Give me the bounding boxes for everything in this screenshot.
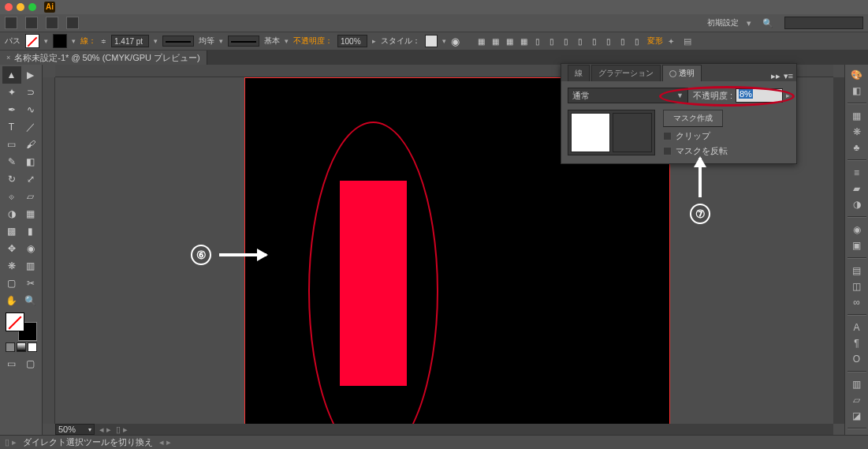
- transform-panel-icon[interactable]: ▱: [850, 395, 864, 406]
- make-mask-button[interactable]: マスク作成: [663, 110, 723, 127]
- align-9[interactable]: ▯: [589, 36, 600, 47]
- para-panel-icon[interactable]: ¶: [850, 338, 864, 349]
- color-guide-icon[interactable]: ◧: [850, 85, 864, 96]
- align-2[interactable]: ▦: [490, 36, 501, 47]
- shaper-tool[interactable]: ✎: [2, 153, 21, 170]
- symbol-sprayer-tool[interactable]: ❋: [2, 257, 21, 275]
- mesh-tool[interactable]: ▩: [2, 223, 21, 240]
- panel-opacity-input[interactable]: 8%: [736, 88, 783, 103]
- transform-link[interactable]: 変形: [647, 36, 663, 47]
- panel-collapse-icon[interactable]: ▸▸: [771, 71, 780, 81]
- slice-tool[interactable]: ✂: [21, 275, 40, 292]
- pathfinder-panel-icon[interactable]: ◪: [850, 410, 864, 421]
- gradient-panel-icon[interactable]: ▰: [850, 183, 864, 194]
- perspective-tool[interactable]: ▦: [21, 205, 40, 223]
- search-input[interactable]: [784, 17, 863, 29]
- stroke-weight-input[interactable]: [111, 35, 149, 47]
- screen-mode-change[interactable]: ▢: [21, 355, 40, 372]
- screen-mode-normal[interactable]: ▭: [2, 355, 21, 372]
- align-7[interactable]: ▯: [561, 36, 572, 47]
- controlbar-menu-icon[interactable]: ▤: [684, 36, 691, 47]
- opentype-panel-icon[interactable]: O: [850, 354, 864, 365]
- ruler-vertical[interactable]: [43, 77, 55, 424]
- blend-tool[interactable]: ◉: [21, 240, 40, 257]
- style-swatch[interactable]: [425, 35, 438, 47]
- workspace-switcher[interactable]: 初期設定: [707, 17, 739, 28]
- close-tab-icon[interactable]: ×: [6, 54, 10, 62]
- swatches-panel-icon[interactable]: ▦: [850, 110, 864, 122]
- panel-menu-icon[interactable]: ▾≡: [784, 71, 793, 81]
- align-4[interactable]: ▦: [518, 36, 529, 47]
- align-1[interactable]: ▦: [475, 36, 486, 47]
- artboard-tool[interactable]: ▢: [2, 275, 21, 292]
- width-tool[interactable]: ⟐: [2, 188, 21, 205]
- align-8[interactable]: ▯: [575, 36, 586, 47]
- color-mode-none[interactable]: [28, 342, 37, 352]
- appearance-panel-icon[interactable]: ◉: [850, 224, 864, 235]
- hand-tool[interactable]: ✋: [2, 292, 21, 309]
- graphic-styles-icon[interactable]: ▣: [850, 240, 864, 251]
- lasso-tool[interactable]: ⊃: [21, 84, 40, 101]
- curvature-tool[interactable]: ∿: [21, 101, 40, 118]
- mask-thumbnail[interactable]: [613, 113, 652, 152]
- minimize-window[interactable]: [17, 3, 24, 11]
- free-transform-tool[interactable]: ▱: [21, 188, 40, 205]
- scrollbar-vertical[interactable]: [833, 77, 844, 424]
- zoom-input[interactable]: 50%▾: [55, 424, 95, 435]
- zoom-tool[interactable]: 🔍: [21, 292, 40, 309]
- pen-tool[interactable]: ✒: [2, 101, 21, 118]
- magic-wand-tool[interactable]: ✦: [2, 84, 21, 101]
- fill-stroke-box[interactable]: [6, 312, 37, 341]
- close-window[interactable]: [5, 3, 13, 11]
- align-5[interactable]: ▯: [532, 36, 543, 47]
- document-tab[interactable]: × 名称未設定-1* @ 50% (CMYK/GPU プレビュー): [0, 51, 207, 65]
- color-mode-solid[interactable]: [6, 342, 15, 352]
- invert-mask-checkbox[interactable]: マスクを反転: [663, 145, 728, 157]
- fill-color[interactable]: [6, 312, 24, 331]
- transparency-panel-icon[interactable]: ◑: [850, 199, 864, 210]
- stroke-profile[interactable]: [162, 36, 194, 47]
- tab-transparency[interactable]: 透明: [662, 65, 702, 81]
- tab-stroke[interactable]: 線: [568, 65, 590, 81]
- rotate-tool[interactable]: ↻: [2, 170, 21, 188]
- align-6[interactable]: ▯: [546, 36, 557, 47]
- line-tool[interactable]: ／: [21, 118, 40, 136]
- menu-icon-2[interactable]: [25, 17, 38, 29]
- brush-def[interactable]: [228, 36, 259, 47]
- asset-panel-icon[interactable]: ◫: [850, 281, 864, 292]
- tab-gradient[interactable]: グラデーション: [591, 65, 661, 81]
- align-11[interactable]: ▯: [617, 36, 628, 47]
- direct-selection-tool[interactable]: ▶: [21, 66, 40, 84]
- shape-builder-tool[interactable]: ◑: [2, 205, 21, 223]
- opacity-input[interactable]: [337, 35, 367, 47]
- menu-icon-1[interactable]: [5, 17, 17, 29]
- menu-icon-4[interactable]: [66, 17, 79, 29]
- stroke-label[interactable]: 線：: [80, 36, 96, 47]
- type-tool[interactable]: T: [2, 118, 21, 136]
- brush-tool[interactable]: 🖌: [21, 136, 40, 153]
- color-panel-icon[interactable]: 🎨: [850, 69, 864, 80]
- layers-panel-icon[interactable]: ▤: [850, 265, 864, 276]
- char-panel-icon[interactable]: A: [850, 322, 864, 333]
- stroke-swatch[interactable]: [53, 34, 67, 48]
- cc-lib-icon[interactable]: ∞: [850, 297, 864, 308]
- scale-tool[interactable]: ⤢: [21, 170, 40, 188]
- align-10[interactable]: ▯: [603, 36, 614, 47]
- rectangle-tool[interactable]: ▭: [2, 136, 21, 153]
- brushes-panel-icon[interactable]: ❋: [850, 126, 864, 137]
- selection-tool[interactable]: ▲: [2, 66, 21, 84]
- opacity-arrow-icon[interactable]: ▸: [786, 92, 790, 99]
- eraser-tool[interactable]: ◧: [21, 153, 40, 170]
- opacity-label[interactable]: 不透明度：: [293, 36, 333, 47]
- clip-checkbox[interactable]: クリップ: [663, 130, 728, 142]
- recolor-icon[interactable]: ◉: [451, 36, 460, 47]
- maximize-window[interactable]: [28, 3, 36, 11]
- fill-swatch[interactable]: [25, 34, 39, 48]
- symbols-panel-icon[interactable]: ♣: [850, 142, 864, 153]
- color-mode-gradient[interactable]: [17, 342, 26, 352]
- align-panel-icon[interactable]: ▥: [850, 379, 864, 390]
- stroke-panel-icon[interactable]: ≡: [850, 167, 864, 178]
- graph-tool[interactable]: ▥: [21, 257, 40, 275]
- menu-icon-3[interactable]: [46, 17, 58, 29]
- gradient-tool[interactable]: ▮: [21, 223, 40, 240]
